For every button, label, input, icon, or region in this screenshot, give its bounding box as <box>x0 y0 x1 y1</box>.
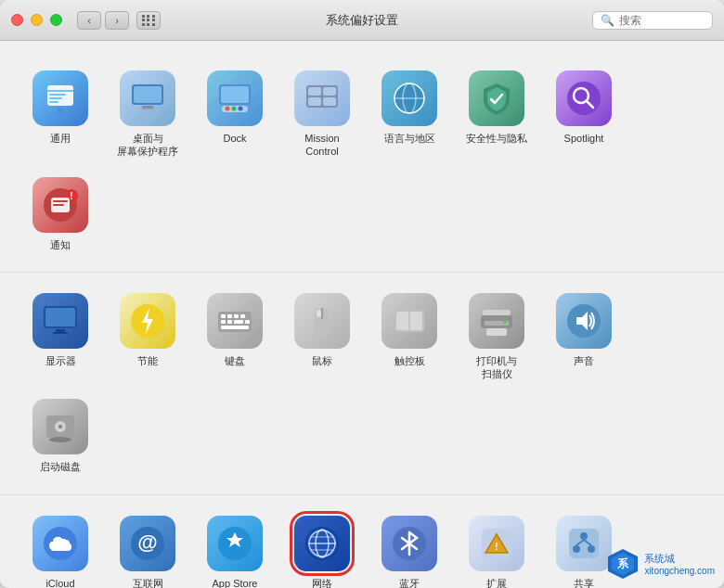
section-hardware: 显示器 节能 键盘 <box>0 273 724 495</box>
maximize-button[interactable] <box>50 14 62 26</box>
icons-grid-internet: iCloud @ 互联网帐户 App Store <box>19 508 705 588</box>
share-label: 共享 <box>574 577 594 588</box>
startup-icon <box>32 399 88 454</box>
expand-label: 扩展 <box>486 577 507 588</box>
bluetooth-icon <box>381 516 437 571</box>
svg-rect-1 <box>47 90 73 92</box>
watermark-url: xitongcheng.com <box>644 566 715 576</box>
icon-item-energy[interactable]: 节能 <box>106 286 189 389</box>
spotlight-label: Spotlight <box>564 132 604 145</box>
icons-grid-personal: N 通用 桌面与屏幕保护程序 Dock <box>19 63 705 259</box>
icon-item-display[interactable]: 显示器 <box>19 286 102 389</box>
icon-item-trackpad[interactable]: 触控板 <box>368 286 451 389</box>
trackpad-label: 触控板 <box>394 354 425 367</box>
svg-rect-8 <box>142 106 153 109</box>
spotlight-icon <box>556 70 612 126</box>
search-input[interactable] <box>619 14 703 27</box>
watermark-info: 系统城 xitongcheng.com <box>644 552 715 576</box>
svg-point-15 <box>239 107 243 111</box>
svg-rect-43 <box>234 314 239 318</box>
svg-rect-17 <box>308 87 321 96</box>
energy-label: 节能 <box>137 354 158 367</box>
trackpad-icon <box>381 293 437 349</box>
display-icon-img <box>32 293 88 349</box>
svg-rect-3 <box>49 97 62 99</box>
svg-rect-4 <box>49 101 58 103</box>
icon-item-keyboard[interactable]: 键盘 <box>193 286 277 389</box>
icon-item-printer[interactable]: 打印机与扫描仪 <box>455 286 538 389</box>
printer-label: 打印机与扫描仪 <box>476 354 517 381</box>
icon-item-desktop[interactable]: 桌面与屏幕保护程序 <box>106 63 189 166</box>
printer-icon <box>469 293 524 349</box>
forward-button[interactable]: › <box>105 11 129 30</box>
icon-item-network[interactable]: 网络 <box>280 508 364 588</box>
general-label: 通用 <box>50 132 71 145</box>
svg-rect-48 <box>245 320 250 324</box>
icon-item-spotlight[interactable]: Spotlight <box>542 63 626 166</box>
icon-item-lang[interactable]: 语言与地区 <box>368 63 451 166</box>
internet-label: 互联网帐户 <box>133 577 163 588</box>
svg-point-84 <box>588 545 595 553</box>
icon-item-notify[interactable]: ! 通知 <box>19 170 102 259</box>
svg-text:N: N <box>58 106 63 114</box>
display-label: 显示器 <box>45 354 76 367</box>
svg-point-83 <box>573 545 580 553</box>
svg-text:系: 系 <box>617 557 629 570</box>
icon-item-mission[interactable]: MissionControl <box>280 63 364 166</box>
mission-label: MissionControl <box>304 132 339 159</box>
main-content: N 通用 桌面与屏幕保护程序 Dock <box>0 41 724 588</box>
icon-item-dock[interactable]: Dock <box>193 63 277 166</box>
system-preferences-window: ‹ › 系统偏好设置 🔍 N 通用 <box>0 0 724 588</box>
bluetooth-label: 蓝牙 <box>399 577 420 588</box>
close-button[interactable] <box>11 14 23 26</box>
svg-rect-2 <box>49 94 66 96</box>
svg-rect-47 <box>234 320 243 324</box>
window-title: 系统偏好设置 <box>326 12 398 29</box>
icon-item-internet[interactable]: @ 互联网帐户 <box>106 508 189 588</box>
desktop-icon <box>120 70 175 126</box>
svg-text:@: @ <box>137 530 157 554</box>
svg-rect-41 <box>221 314 226 318</box>
mouse-label: 鼠标 <box>312 354 332 367</box>
svg-rect-37 <box>53 332 68 334</box>
icon-item-sound[interactable]: 声音 <box>542 286 626 389</box>
internet-icon: @ <box>120 516 175 571</box>
grid-view-button[interactable] <box>136 11 161 30</box>
sound-label: 声音 <box>574 354 594 367</box>
keyboard-icon <box>207 293 263 349</box>
mouse-icon <box>294 293 350 349</box>
svg-point-14 <box>232 107 237 111</box>
icon-item-startup[interactable]: 启动磁盘 <box>19 391 102 480</box>
svg-rect-55 <box>483 310 511 315</box>
icon-item-expand[interactable]: ! 扩展 <box>455 508 538 588</box>
icon-item-mouse[interactable]: 鼠标 <box>280 286 364 389</box>
watermark: 系 系统城 xitongcheng.com <box>606 547 715 581</box>
icons-grid-hardware: 显示器 节能 键盘 <box>19 286 705 481</box>
icon-item-security[interactable]: 安全性与隐私 <box>455 63 538 166</box>
icon-item-general[interactable]: N 通用 <box>19 63 102 166</box>
icon-item-bluetooth[interactable]: 蓝牙 <box>368 508 451 588</box>
search-icon: 🔍 <box>601 14 614 27</box>
svg-rect-18 <box>323 87 336 96</box>
svg-rect-45 <box>221 320 226 324</box>
svg-rect-46 <box>227 320 232 324</box>
svg-point-13 <box>226 107 230 111</box>
svg-rect-32 <box>53 200 68 202</box>
search-bar[interactable]: 🔍 <box>592 11 713 30</box>
watermark-logo: 系 <box>606 547 640 581</box>
traffic-lights <box>11 14 62 26</box>
mission-icon <box>294 70 350 126</box>
svg-rect-9 <box>139 109 156 110</box>
svg-rect-19 <box>308 97 321 106</box>
svg-point-82 <box>580 532 588 540</box>
back-button[interactable]: ‹ <box>77 11 101 30</box>
watermark-site-name: 系统城 <box>644 552 715 566</box>
svg-rect-36 <box>56 329 65 332</box>
security-icon <box>469 70 524 126</box>
svg-rect-44 <box>240 314 245 318</box>
minimize-button[interactable] <box>31 14 43 26</box>
svg-rect-35 <box>45 308 75 326</box>
icon-item-appstore[interactable]: App Store <box>193 508 277 588</box>
svg-rect-20 <box>323 97 336 106</box>
icon-item-icloud[interactable]: iCloud <box>19 508 102 588</box>
